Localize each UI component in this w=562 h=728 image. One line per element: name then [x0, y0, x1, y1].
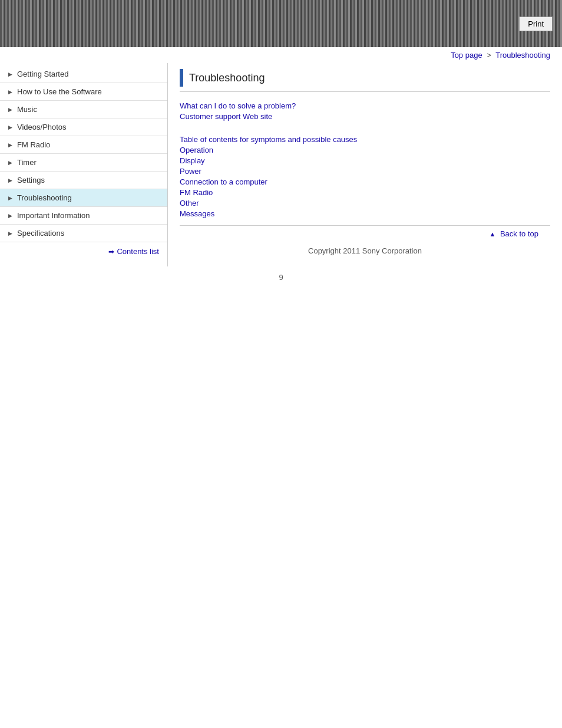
back-to-top-label: Back to top	[500, 229, 538, 238]
back-to-top-link[interactable]: ▲ Back to top	[489, 229, 538, 238]
footer-wrap: ▲ Back to top	[180, 225, 550, 241]
sidebar-item-troubleshooting[interactable]: ▶ Troubleshooting	[0, 189, 167, 207]
link-solve-problem[interactable]: What can I do to solve a problem?	[180, 101, 550, 110]
sidebar-item-fm-radio[interactable]: ▶ FM Radio	[0, 136, 167, 154]
sidebar-item-how-to-use[interactable]: ▶ How to Use the Software	[0, 83, 167, 101]
link-operation[interactable]: Operation	[180, 146, 550, 154]
contents-list-link[interactable]: ➡ Contents list	[0, 242, 167, 261]
contents-list-label: Contents list	[117, 247, 159, 256]
breadcrumb-separator: >	[487, 51, 491, 60]
section-divider	[180, 128, 550, 135]
link-power[interactable]: Power	[180, 167, 550, 176]
sidebar-arrow-how-to-use: ▶	[8, 89, 12, 95]
print-button[interactable]: Print	[519, 17, 553, 31]
link-customer-support[interactable]: Customer support Web site	[180, 112, 550, 121]
sidebar-item-videos-photos[interactable]: ▶ Videos/Photos	[0, 118, 167, 136]
content-area: Troubleshooting What can I do to solve a…	[168, 63, 562, 271]
link-fm-radio[interactable]: FM Radio	[180, 188, 550, 197]
sidebar: ▶ Getting Started ▶ How to Use the Softw…	[0, 63, 168, 266]
copyright-text: Copyright 2011 Sony Corporation	[180, 241, 550, 259]
sidebar-label-troubleshooting: Troubleshooting	[17, 193, 72, 202]
sidebar-arrow-videos-photos: ▶	[8, 124, 12, 130]
sidebar-label-important-information: Important Information	[17, 211, 90, 220]
section-links: Table of contents for symptoms and possi…	[180, 135, 550, 218]
triangle-icon: ▲	[489, 230, 495, 238]
contents-list-anchor[interactable]: ➡ Contents list	[108, 247, 159, 256]
main-layout: ▶ Getting Started ▶ How to Use the Softw…	[0, 63, 562, 271]
sidebar-label-timer: Timer	[17, 158, 37, 167]
sidebar-item-getting-started[interactable]: ▶ Getting Started	[0, 65, 167, 83]
breadcrumb-current[interactable]: Troubleshooting	[495, 51, 550, 60]
sidebar-label-how-to-use: How to Use the Software	[17, 87, 102, 96]
link-other[interactable]: Other	[180, 199, 550, 207]
sidebar-arrow-timer: ▶	[8, 160, 12, 166]
sidebar-arrow-music: ▶	[8, 107, 12, 113]
sidebar-arrow-settings: ▶	[8, 177, 12, 183]
sidebar-label-music: Music	[17, 105, 37, 114]
breadcrumb-top-page[interactable]: Top page	[451, 51, 482, 60]
link-table-contents[interactable]: Table of contents for symptoms and possi…	[180, 135, 550, 144]
back-to-top[interactable]: ▲ Back to top	[489, 229, 538, 238]
page-number: 9	[0, 271, 562, 286]
sidebar-label-fm-radio: FM Radio	[17, 140, 50, 149]
sidebar-item-music[interactable]: ▶ Music	[0, 101, 167, 118]
sidebar-arrow-troubleshooting: ▶	[8, 195, 12, 201]
sidebar-arrow-specifications: ▶	[8, 230, 12, 236]
header-banner: Print	[0, 0, 562, 47]
sidebar-label-specifications: Specifications	[17, 229, 64, 238]
sidebar-label-videos-photos: Videos/Photos	[17, 123, 67, 131]
footer-inner: ▲ Back to top	[180, 226, 550, 241]
link-connection-computer[interactable]: Connection to a computer	[180, 177, 550, 186]
sidebar-item-timer[interactable]: ▶ Timer	[0, 154, 167, 172]
link-messages[interactable]: Messages	[180, 209, 550, 218]
page-title: Troubleshooting	[189, 72, 550, 84]
sidebar-arrow-fm-radio: ▶	[8, 142, 12, 148]
breadcrumb: Top page > Troubleshooting	[0, 47, 562, 63]
sidebar-item-important-information[interactable]: ▶ Important Information	[0, 207, 167, 225]
sidebar-item-specifications[interactable]: ▶ Specifications	[0, 225, 167, 242]
heading-bar	[180, 69, 183, 87]
top-links: What can I do to solve a problem?Custome…	[180, 101, 550, 121]
sidebar-item-settings[interactable]: ▶ Settings	[0, 172, 167, 189]
sidebar-arrow-important-information: ▶	[8, 213, 12, 219]
sidebar-label-getting-started: Getting Started	[17, 70, 68, 78]
sidebar-label-settings: Settings	[17, 176, 45, 185]
page-heading: Troubleshooting	[180, 69, 550, 92]
link-display[interactable]: Display	[180, 156, 550, 165]
sidebar-arrow-getting-started: ▶	[8, 71, 12, 77]
arrow-right-icon: ➡	[108, 248, 114, 256]
